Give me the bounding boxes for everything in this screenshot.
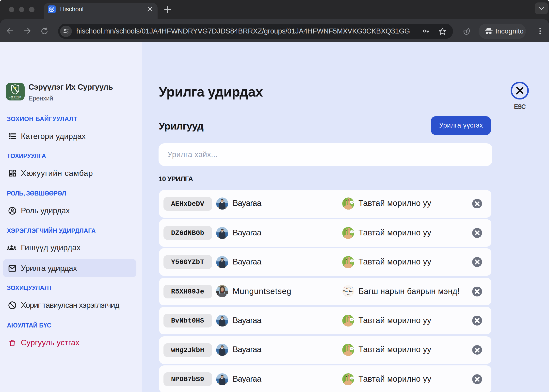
svg-text:ИХ СУРГУУЛЬ: ИХ СУРГУУЛЬ <box>11 98 20 100</box>
svg-text:Teacher: Teacher <box>343 289 354 293</box>
svg-text:DAY: DAY <box>346 294 349 295</box>
svg-text:СЭРҮҮЛЭГ: СЭРҮҮЛЭГ <box>9 95 22 98</box>
svg-text:HAPPY: HAPPY <box>345 287 351 289</box>
